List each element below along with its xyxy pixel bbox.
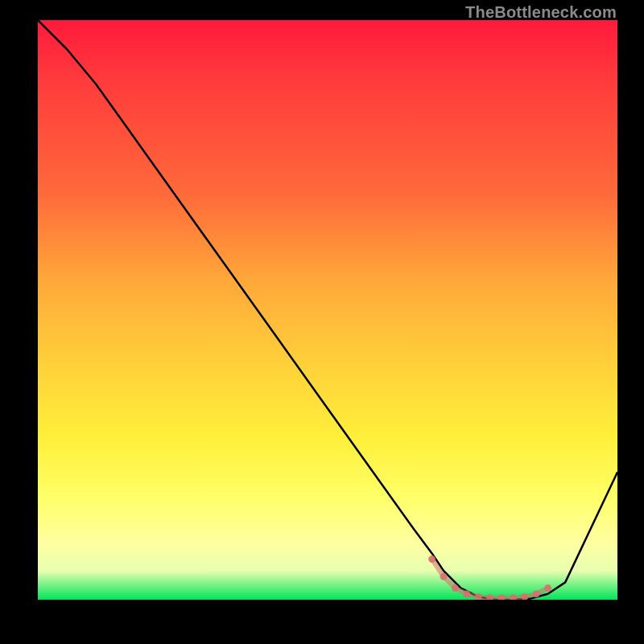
trough-marker xyxy=(440,573,448,580)
trough-marker xyxy=(544,584,551,592)
trough-marker xyxy=(428,555,436,563)
watermark-text: TheBottleneck.com xyxy=(465,3,617,22)
chart-frame: TheBottleneck.com xyxy=(0,0,644,644)
plot-area xyxy=(38,20,617,600)
trough-stroke xyxy=(432,559,548,598)
bottleneck-curve xyxy=(38,20,617,600)
trough-marker xyxy=(498,594,506,600)
trough-marker xyxy=(486,594,493,600)
trough-marker xyxy=(463,590,470,597)
trough-marker xyxy=(510,594,517,600)
trough-marker xyxy=(533,590,540,597)
trough-marker xyxy=(452,584,459,592)
curve-svg xyxy=(38,20,617,600)
